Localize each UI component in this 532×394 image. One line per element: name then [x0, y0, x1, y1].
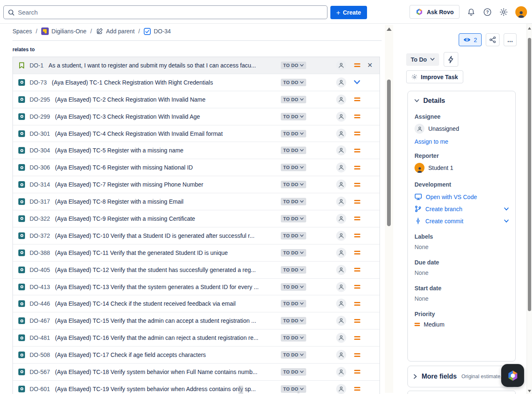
linked-issue-row[interactable]: DO-299 (Aya Elsayed) TC-3 Check Registra… [13, 108, 380, 125]
assignee-avatar[interactable] [336, 162, 346, 172]
notifications-button[interactable] [467, 7, 476, 17]
linked-issue-row[interactable]: DO-314 (Aya Elsayed) TC-7 Register with … [13, 176, 380, 193]
settings-button[interactable] [499, 7, 508, 17]
assignee-avatar[interactable] [336, 350, 346, 360]
linked-issue-row[interactable]: DO-372 (Aya Elsayed) TC-10 Verify that a… [13, 227, 380, 244]
assignee-avatar[interactable] [336, 265, 346, 275]
status-dropdown[interactable]: TO DO [281, 266, 306, 274]
ask-rovo-button[interactable]: Ask Rovo [410, 5, 460, 19]
scrollbar-thumb[interactable] [387, 80, 391, 226]
search-input[interactable] [18, 9, 323, 16]
priority-icon [352, 183, 362, 187]
linked-issue-row[interactable]: DO-467 (Aya Elsayed) TC-15 Verify that t… [13, 312, 380, 329]
assignee-avatar[interactable] [336, 95, 346, 105]
status-dropdown[interactable]: TO DO [281, 368, 306, 376]
watch-button[interactable]: 2 [459, 33, 482, 46]
assignee-avatar[interactable] [336, 129, 346, 139]
assignee-avatar[interactable] [336, 282, 346, 292]
window-scrollbar[interactable] [527, 24, 532, 394]
create-button[interactable]: + Create [330, 6, 367, 19]
status-dropdown[interactable]: TO DO [281, 130, 306, 137]
linked-issue-row[interactable]: DO-301 (Aya Elsayed) TC-4 Check Registra… [13, 125, 380, 142]
linked-issue-row[interactable]: DO-508 (Aya Elsayed) TC-17 Check if age … [13, 347, 380, 364]
issue-summary: (Aya Elsayed) TC-8 Register with a missi… [55, 198, 281, 205]
scroll-up-arrow-icon[interactable] [387, 27, 392, 31]
more-fields-toggle[interactable]: More fields Original estimate, Ti [407, 366, 516, 387]
status-dropdown[interactable]: TO DO [281, 317, 306, 324]
status-dropdown[interactable]: TO DO [281, 79, 306, 86]
help-button[interactable]: ? [483, 7, 492, 17]
breadcrumb-project[interactable]: Digilians-One [41, 27, 87, 35]
status-dropdown[interactable]: TO DO [281, 198, 306, 205]
status-dropdown[interactable]: TO DO [281, 62, 306, 69]
create-branch-link[interactable]: Create branch [415, 205, 509, 212]
status-label: TO DO [283, 114, 298, 119]
share-button[interactable] [486, 33, 500, 46]
assignee-avatar[interactable] [336, 180, 346, 190]
breadcrumb-spaces[interactable]: Spaces [12, 28, 32, 35]
remove-link-button[interactable]: ✕ [366, 62, 374, 69]
linked-issue-row[interactable]: DO-446 (Aya Elsayed) TC-14 Check if the … [13, 295, 380, 312]
status-dropdown-main[interactable]: To Do [406, 53, 439, 66]
status-dropdown[interactable]: TO DO [281, 147, 306, 154]
linked-issue-row[interactable]: DO-306 (Aya Elsayed) TC-6 Register with … [13, 159, 380, 176]
scroll-up-arrow-icon[interactable] [528, 27, 531, 30]
status-dropdown[interactable]: TO DO [281, 300, 306, 307]
assignee-avatar[interactable] [336, 384, 346, 394]
status-dropdown[interactable]: TO DO [281, 232, 306, 239]
linked-issue-row[interactable]: DO-567 (Aya Elsayed) TC-18 Verify system… [13, 364, 380, 381]
assignee-avatar[interactable] [336, 231, 346, 241]
assignee-avatar[interactable] [336, 333, 346, 343]
assignee-avatar[interactable] [336, 299, 346, 309]
assignee-avatar[interactable] [336, 112, 346, 122]
linked-issue-row[interactable]: DO-1 As a student, I want to register an… [13, 57, 380, 74]
assignee-avatar[interactable] [336, 60, 346, 70]
improve-task-button[interactable]: Improve Task [406, 70, 463, 83]
details-section-toggle[interactable]: Details [415, 97, 509, 105]
status-dropdown[interactable]: TO DO [281, 96, 306, 103]
status-dropdown[interactable]: TO DO [281, 249, 306, 257]
status-dropdown[interactable]: TO DO [281, 283, 306, 291]
due-date-label: Due date [415, 259, 509, 266]
assignee-avatar[interactable] [336, 316, 346, 326]
status-dropdown[interactable]: TO DO [281, 113, 306, 120]
user-avatar[interactable] [515, 6, 527, 18]
breadcrumb-issue-key[interactable]: DO-34 [144, 28, 171, 35]
more-actions-button[interactable]: ... [504, 33, 517, 46]
create-commit-link[interactable]: Create commit [415, 217, 509, 224]
content-scrollbar[interactable] [385, 25, 393, 393]
linked-issue-row[interactable]: DO-601 (Aya Elsayed) TC-19 Verify system… [13, 381, 380, 394]
search-box[interactable] [3, 5, 327, 19]
assignee-avatar[interactable] [336, 214, 346, 224]
linked-issue-row[interactable]: DO-413 (Aya Elsayed) TC-13 Verify that t… [13, 279, 380, 296]
automation-button[interactable] [444, 52, 458, 67]
status-dropdown[interactable]: TO DO [281, 181, 306, 188]
status-dropdown[interactable]: TO DO [281, 351, 306, 359]
breadcrumb-add-parent[interactable]: Add parent [96, 27, 135, 35]
assignee-avatar[interactable] [336, 367, 346, 377]
assignee-avatar[interactable] [336, 145, 346, 155]
linked-issue-row[interactable]: DO-405 (Aya Elsayed) TC-12 Verify that t… [13, 262, 380, 279]
linked-issue-row[interactable]: DO-73 (Aya Elsayed) TC-1 Check Registrat… [13, 74, 380, 91]
status-dropdown[interactable]: TO DO [281, 215, 306, 222]
linked-issue-row[interactable]: DO-295 (Aya Elsayed) TC-2 Check Registra… [13, 91, 380, 108]
linked-issue-row[interactable]: DO-322 (Aya Elsayed) TC-9 Register with … [13, 210, 380, 227]
assignee-avatar[interactable] [336, 77, 346, 87]
scrollbar-thumb[interactable] [528, 38, 531, 311]
assign-to-me-link[interactable]: Assign to me [415, 138, 509, 145]
issue-summary: As a student, I want to register and sub… [48, 62, 280, 69]
status-dropdown[interactable]: TO DO [281, 385, 306, 393]
linked-issue-row[interactable]: DO-317 (Aya Elsayed) TC-8 Register with … [13, 193, 380, 210]
open-vs-code-link[interactable]: Open with VS Code [415, 193, 509, 200]
rovo-chat-button[interactable] [501, 364, 524, 387]
status-dropdown[interactable]: TO DO [281, 164, 306, 171]
relates-to-label: relates to [12, 47, 35, 52]
ask-rovo-label: Ask Rovo [427, 9, 454, 15]
scroll-down-arrow-icon[interactable] [528, 390, 531, 392]
assignee-avatar[interactable] [336, 248, 346, 258]
status-dropdown[interactable]: TO DO [281, 334, 306, 342]
linked-issue-row[interactable]: DO-304 (Aya Elsayed) TC-5 Register with … [13, 142, 380, 159]
linked-issue-row[interactable]: DO-481 (Aya Elsayed) TC-16 Verify that t… [13, 329, 380, 347]
linked-issue-row[interactable]: DO-388 (Aya Elsayed) TC-11 Verify that t… [13, 244, 380, 262]
assignee-avatar[interactable] [336, 197, 346, 207]
